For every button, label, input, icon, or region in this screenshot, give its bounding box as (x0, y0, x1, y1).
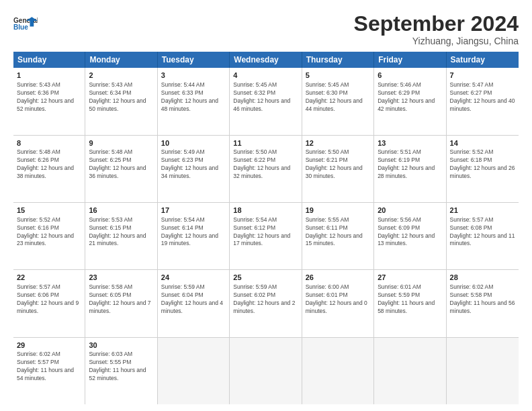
calendar-cell: 15Sunrise: 5:52 AM Sunset: 6:16 PM Dayli… (13, 203, 85, 269)
calendar-row-1: 1Sunrise: 5:43 AM Sunset: 6:36 PM Daylig… (13, 68, 519, 135)
day-number: 13 (378, 138, 442, 148)
day-number: 29 (17, 340, 81, 351)
day-info: Sunrise: 5:45 AM Sunset: 6:30 PM Dayligh… (306, 81, 370, 113)
calendar-cell: 22Sunrise: 5:57 AM Sunset: 6:06 PM Dayli… (13, 270, 85, 336)
title-block: September 2024 Yizhuang, Jiangsu, China (354, 12, 519, 46)
calendar-row-5: 29Sunrise: 6:02 AM Sunset: 5:57 PM Dayli… (13, 338, 519, 404)
calendar-cell (374, 338, 446, 404)
calendar-cell: 9Sunrise: 5:48 AM Sunset: 6:25 PM Daylig… (85, 136, 157, 202)
weekday-header-monday: Monday (85, 52, 157, 68)
weekday-header-sunday: Sunday (13, 52, 85, 68)
day-info: Sunrise: 6:02 AM Sunset: 5:58 PM Dayligh… (450, 283, 515, 316)
weekday-header-saturday: Saturday (447, 52, 519, 68)
calendar-row-4: 22Sunrise: 5:57 AM Sunset: 6:06 PM Dayli… (13, 270, 519, 337)
day-number: 30 (89, 340, 153, 351)
calendar-cell: 30Sunrise: 6:03 AM Sunset: 5:55 PM Dayli… (85, 338, 157, 404)
day-info: Sunrise: 5:52 AM Sunset: 6:16 PM Dayligh… (17, 216, 81, 248)
day-info: Sunrise: 5:49 AM Sunset: 6:23 PM Dayligh… (161, 148, 226, 181)
logo-icon: General Blue (13, 12, 38, 36)
calendar-cell: 26Sunrise: 6:00 AM Sunset: 6:01 PM Dayli… (302, 270, 374, 336)
day-info: Sunrise: 5:59 AM Sunset: 6:02 PM Dayligh… (233, 283, 298, 316)
calendar-cell (158, 338, 230, 404)
day-number: 15 (17, 205, 81, 216)
day-info: Sunrise: 6:02 AM Sunset: 5:57 PM Dayligh… (17, 351, 81, 383)
calendar-cell: 1Sunrise: 5:43 AM Sunset: 6:36 PM Daylig… (13, 68, 85, 134)
header: General Blue September 2024 Yizhuang, Ji… (13, 12, 519, 46)
day-info: Sunrise: 5:55 AM Sunset: 6:11 PM Dayligh… (306, 216, 370, 248)
calendar-cell (447, 338, 519, 404)
day-info: Sunrise: 5:57 AM Sunset: 6:06 PM Dayligh… (17, 283, 81, 316)
day-number: 28 (450, 273, 515, 283)
calendar-cell: 4Sunrise: 5:45 AM Sunset: 6:32 PM Daylig… (230, 68, 302, 134)
day-info: Sunrise: 5:54 AM Sunset: 6:14 PM Dayligh… (161, 216, 226, 248)
day-info: Sunrise: 5:59 AM Sunset: 6:04 PM Dayligh… (161, 283, 226, 316)
calendar-header: SundayMondayTuesdayWednesdayThursdayFrid… (13, 52, 519, 68)
day-info: Sunrise: 6:03 AM Sunset: 5:55 PM Dayligh… (89, 351, 153, 383)
calendar-cell: 11Sunrise: 5:50 AM Sunset: 6:22 PM Dayli… (230, 136, 302, 202)
day-info: Sunrise: 5:54 AM Sunset: 6:12 PM Dayligh… (233, 216, 298, 248)
day-info: Sunrise: 5:51 AM Sunset: 6:19 PM Dayligh… (378, 148, 442, 181)
calendar-body: 1Sunrise: 5:43 AM Sunset: 6:36 PM Daylig… (13, 68, 519, 404)
day-number: 21 (450, 205, 515, 216)
weekday-header-wednesday: Wednesday (230, 52, 302, 68)
day-info: Sunrise: 5:47 AM Sunset: 6:27 PM Dayligh… (450, 81, 515, 113)
day-number: 18 (233, 205, 298, 216)
day-number: 4 (233, 71, 298, 81)
day-info: Sunrise: 5:48 AM Sunset: 6:25 PM Dayligh… (89, 148, 153, 181)
day-info: Sunrise: 5:50 AM Sunset: 6:21 PM Dayligh… (306, 148, 370, 181)
calendar-cell: 28Sunrise: 6:02 AM Sunset: 5:58 PM Dayli… (447, 270, 519, 336)
day-number: 27 (378, 273, 442, 283)
calendar-cell: 17Sunrise: 5:54 AM Sunset: 6:14 PM Dayli… (158, 203, 230, 269)
calendar-cell: 5Sunrise: 5:45 AM Sunset: 6:30 PM Daylig… (302, 68, 374, 134)
calendar-row-2: 8Sunrise: 5:48 AM Sunset: 6:26 PM Daylig… (13, 136, 519, 203)
calendar-cell: 18Sunrise: 5:54 AM Sunset: 6:12 PM Dayli… (230, 203, 302, 269)
day-info: Sunrise: 5:45 AM Sunset: 6:32 PM Dayligh… (233, 81, 298, 113)
calendar-cell: 20Sunrise: 5:56 AM Sunset: 6:09 PM Dayli… (374, 203, 446, 269)
day-number: 25 (233, 273, 298, 283)
day-number: 16 (89, 205, 153, 216)
logo: General Blue (13, 12, 38, 36)
calendar-cell: 29Sunrise: 6:02 AM Sunset: 5:57 PM Dayli… (13, 338, 85, 404)
day-number: 2 (89, 71, 153, 81)
day-number: 3 (161, 71, 226, 81)
calendar-row-3: 15Sunrise: 5:52 AM Sunset: 6:16 PM Dayli… (13, 203, 519, 270)
calendar-cell: 24Sunrise: 5:59 AM Sunset: 6:04 PM Dayli… (158, 270, 230, 336)
calendar-cell: 14Sunrise: 5:52 AM Sunset: 6:18 PM Dayli… (447, 136, 519, 202)
day-number: 20 (378, 205, 442, 216)
calendar-cell: 25Sunrise: 5:59 AM Sunset: 6:02 PM Dayli… (230, 270, 302, 336)
day-number: 14 (450, 138, 515, 148)
calendar-cell: 2Sunrise: 5:43 AM Sunset: 6:34 PM Daylig… (85, 68, 157, 134)
month-title: September 2024 (354, 12, 519, 36)
calendar-cell: 3Sunrise: 5:44 AM Sunset: 6:33 PM Daylig… (158, 68, 230, 134)
day-number: 1 (17, 71, 81, 81)
day-info: Sunrise: 5:44 AM Sunset: 6:33 PM Dayligh… (161, 81, 226, 113)
weekday-header-friday: Friday (374, 52, 446, 68)
day-info: Sunrise: 5:57 AM Sunset: 6:08 PM Dayligh… (450, 216, 515, 248)
svg-text:Blue: Blue (13, 24, 28, 31)
day-number: 5 (306, 71, 370, 81)
day-number: 17 (161, 205, 226, 216)
day-number: 23 (89, 273, 153, 283)
page: General Blue September 2024 Yizhuang, Ji… (0, 0, 532, 411)
day-number: 7 (450, 71, 515, 81)
location-subtitle: Yizhuang, Jiangsu, China (354, 36, 519, 46)
day-number: 19 (306, 205, 370, 216)
day-info: Sunrise: 5:58 AM Sunset: 6:05 PM Dayligh… (89, 283, 153, 316)
day-info: Sunrise: 5:43 AM Sunset: 6:36 PM Dayligh… (17, 81, 81, 113)
day-number: 9 (89, 138, 153, 148)
day-info: Sunrise: 5:52 AM Sunset: 6:18 PM Dayligh… (450, 148, 515, 181)
calendar-cell: 21Sunrise: 5:57 AM Sunset: 6:08 PM Dayli… (447, 203, 519, 269)
day-number: 26 (306, 273, 370, 283)
calendar: SundayMondayTuesdayWednesdayThursdayFrid… (13, 52, 519, 404)
day-number: 8 (17, 138, 81, 148)
day-number: 12 (306, 138, 370, 148)
day-number: 11 (233, 138, 298, 148)
calendar-cell: 7Sunrise: 5:47 AM Sunset: 6:27 PM Daylig… (447, 68, 519, 134)
day-info: Sunrise: 5:53 AM Sunset: 6:15 PM Dayligh… (89, 216, 153, 248)
day-number: 24 (161, 273, 226, 283)
calendar-cell (230, 338, 302, 404)
calendar-cell (302, 338, 374, 404)
day-number: 22 (17, 273, 81, 283)
day-info: Sunrise: 5:46 AM Sunset: 6:29 PM Dayligh… (378, 81, 442, 113)
day-info: Sunrise: 5:43 AM Sunset: 6:34 PM Dayligh… (89, 81, 153, 113)
